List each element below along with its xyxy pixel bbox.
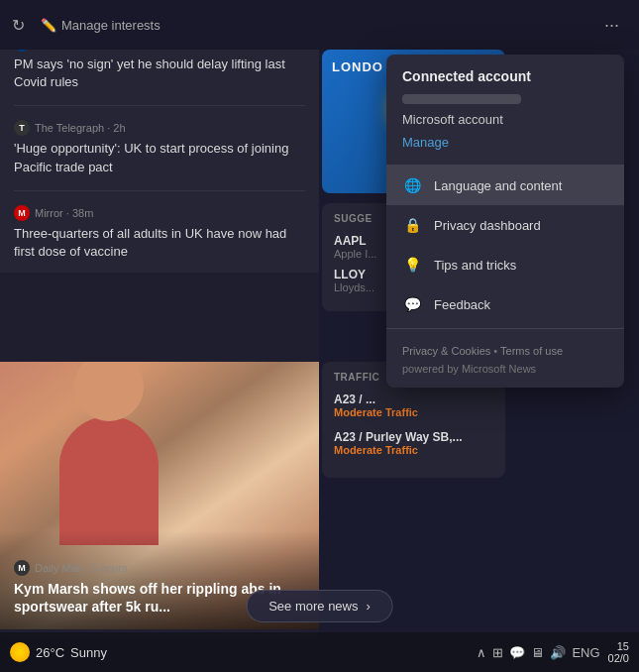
person-figure <box>40 362 178 550</box>
chat-icon[interactable]: 💬 <box>509 645 525 660</box>
traffic-status-0: Moderate Traffic <box>334 406 493 418</box>
feedback-icon: 💬 <box>402 294 422 314</box>
menu-label-language: Language and content <box>434 178 562 193</box>
news-source-1: T The Telegraph · 2h <box>14 120 305 136</box>
connected-title: Connected account <box>402 68 608 84</box>
grid-icon[interactable]: ⊞ <box>492 645 503 660</box>
taskbar: 26°C Sunny ∧ ⊞ 💬 🖥 🔊 ENG 15 02/0 <box>0 632 639 672</box>
network-icon[interactable]: 🖥 <box>531 645 544 660</box>
traffic-road-0: A23 / ... <box>334 392 493 406</box>
sound-icon[interactable]: 🔊 <box>550 645 566 660</box>
pencil-icon: ✏️ <box>41 18 56 33</box>
taskbar-sun-icon <box>10 642 30 662</box>
terms-link[interactable]: Terms of use <box>500 345 563 357</box>
taskbar-left: 26°C Sunny <box>10 642 107 662</box>
news-source-2: M Mirror · 38m <box>14 205 305 221</box>
dailymail-icon: M <box>14 560 30 576</box>
news-item-2[interactable]: M Mirror · 38m Three-quarters of all adu… <box>14 205 305 261</box>
image-source: M Daily Mail · 5 hours <box>14 560 305 576</box>
mirror-icon: M <box>14 205 30 221</box>
menu-item-language[interactable]: 🌐 Language and content <box>386 166 624 205</box>
language-icon: 🌐 <box>402 175 422 195</box>
microsoft-account-label: Microsoft account <box>402 112 608 127</box>
powered-by: powered by Microsoft News <box>402 363 536 375</box>
traffic-item-0[interactable]: A23 / ... Moderate Traffic <box>334 392 493 418</box>
menu-divider <box>386 328 624 329</box>
taskbar-right: ∧ ⊞ 💬 🖥 🔊 ENG 15 02/0 <box>477 640 629 664</box>
tips-icon: 💡 <box>402 255 422 275</box>
traffic-item-1[interactable]: A23 / Purley Way SB,... Moderate Traffic <box>334 430 493 456</box>
more-options-button[interactable]: ··· <box>596 11 627 40</box>
dropdown-menu: Connected account Microsoft account Mana… <box>386 55 624 388</box>
person-head <box>74 362 144 421</box>
see-more-chevron: › <box>366 599 370 614</box>
traffic-road-1: A23 / Purley Way SB,... <box>334 430 493 444</box>
menu-item-tips[interactable]: 💡 Tips and tricks <box>386 245 624 284</box>
header-bar: ↻ ✏️ Manage interests ··· <box>0 0 639 50</box>
connected-account-section: Connected account Microsoft account Mana… <box>386 55 624 166</box>
headline-2[interactable]: Three-quarters of all adults in UK have … <box>14 225 305 261</box>
chevron-up-icon[interactable]: ∧ <box>477 645 486 660</box>
language-label: ENG <box>572 645 599 660</box>
menu-footer: Privacy & Cookies • Terms of use powered… <box>386 333 624 388</box>
refresh-icon[interactable]: ↻ <box>12 16 25 35</box>
taskbar-weather: 26°C Sunny <box>10 642 107 662</box>
headline-1[interactable]: 'Huge opportunity': UK to start process … <box>14 140 305 175</box>
source-name-1: The Telegraph · 2h <box>35 122 126 134</box>
headline-0[interactable]: PM says 'no sign' yet he should delay li… <box>14 56 305 91</box>
privacy-icon: 🔒 <box>402 215 422 235</box>
menu-label-feedback: Feedback <box>434 297 490 312</box>
taskbar-time: 15 02/0 <box>608 640 629 664</box>
image-source-name: Daily Mail · 5 hours <box>35 562 128 574</box>
taskbar-temperature: 26°C <box>36 645 64 660</box>
see-more-label: See more news <box>268 599 358 614</box>
menu-item-feedback[interactable]: 💬 Feedback <box>386 284 624 324</box>
see-more-button[interactable]: See more news › <box>246 590 393 622</box>
menu-label-privacy: Privacy dashboard <box>434 218 541 233</box>
taskbar-icons: ∧ ⊞ 💬 🖥 🔊 ENG <box>477 645 599 660</box>
header-left: ↻ ✏️ Manage interests <box>12 14 168 37</box>
manage-interests-button[interactable]: ✏️ Manage interests <box>33 14 168 37</box>
traffic-status-1: Moderate Traffic <box>334 444 493 456</box>
account-avatar-bar <box>402 94 521 104</box>
source-name-2: Mirror · 38m <box>35 207 93 219</box>
person-body <box>59 416 159 545</box>
menu-label-tips: Tips and tricks <box>434 258 516 273</box>
taskbar-condition: Sunny <box>70 645 107 660</box>
news-item-1[interactable]: T The Telegraph · 2h 'Huge opportunity':… <box>14 120 305 190</box>
menu-item-privacy[interactable]: 🔒 Privacy dashboard <box>386 205 624 245</box>
manage-link[interactable]: Manage <box>402 135 449 150</box>
telegraph-icon: T <box>14 120 30 136</box>
privacy-cookies-link[interactable]: Privacy & Cookies <box>402 345 490 357</box>
